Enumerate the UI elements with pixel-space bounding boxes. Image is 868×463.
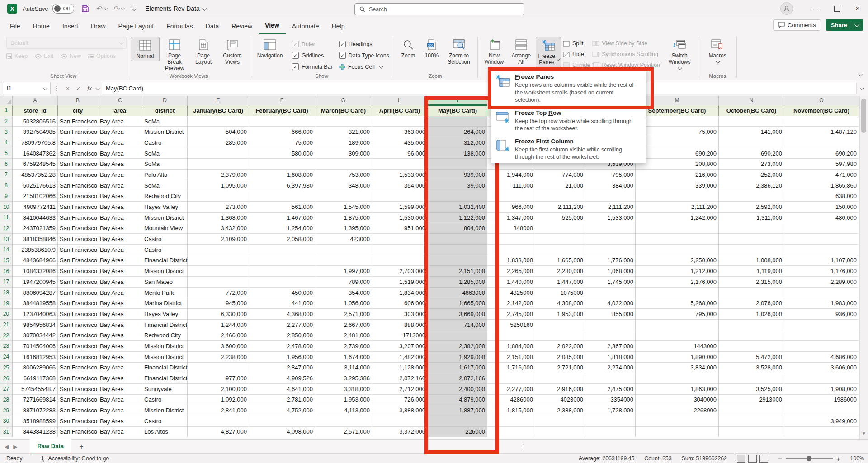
row-header-18[interactable]: 18: [0, 288, 13, 298]
user-avatar[interactable]: [780, 2, 793, 15]
cell[interactable]: [188, 416, 249, 427]
cell[interactable]: 3,525,000: [719, 384, 784, 395]
cell[interactable]: 804,000: [428, 223, 487, 234]
cell[interactable]: 690,200: [636, 148, 719, 159]
col-header-E[interactable]: E: [188, 96, 249, 105]
cell[interactable]: [719, 330, 784, 341]
cell[interactable]: 1,983,000: [784, 298, 859, 309]
row-header-10[interactable]: 10: [0, 202, 13, 213]
cell[interactable]: [636, 137, 719, 148]
cell[interactable]: 1947200945: [13, 277, 58, 288]
cell[interactable]: Bay Area: [98, 288, 142, 298]
row-header-21[interactable]: 21: [0, 320, 13, 331]
cell[interactable]: 48537352.28: [13, 170, 58, 180]
cell[interactable]: 690,200: [719, 148, 784, 159]
cell[interactable]: 951,000: [372, 223, 428, 234]
cell[interactable]: SoMa: [142, 180, 188, 191]
navigation-button[interactable]: Navigation: [254, 37, 286, 61]
cell[interactable]: [535, 234, 585, 245]
tab-view[interactable]: View: [259, 18, 286, 34]
cell[interactable]: 2,850,000: [249, 330, 315, 341]
cell[interactable]: 1,212,000: [636, 266, 719, 277]
cell[interactable]: 1,890,000: [636, 352, 719, 363]
menu-item-freeze-panes[interactable]: Freeze Panes Keep rows and columns visib…: [491, 71, 646, 107]
cell[interactable]: Bay Area: [98, 127, 142, 137]
cell[interactable]: 1,884,000: [487, 341, 535, 352]
cell[interactable]: 2,280,000: [535, 266, 585, 277]
cell[interactable]: 1,092,000: [188, 395, 249, 406]
cell[interactable]: [636, 191, 719, 202]
cell[interactable]: [188, 255, 249, 266]
cell[interactable]: 4,098,000: [249, 427, 315, 438]
cell[interactable]: [372, 416, 428, 427]
cell[interactable]: San Francisco: [58, 320, 98, 331]
cell[interactable]: 2,289,000: [784, 277, 859, 288]
view-side-by-side-button[interactable]: View Side by Side: [592, 38, 660, 48]
cell[interactable]: 3,606,000: [784, 363, 859, 373]
cell[interactable]: [188, 277, 249, 288]
cell[interactable]: [719, 405, 784, 416]
cell[interactable]: [535, 191, 585, 202]
freeze-panes-button[interactable]: Freeze Panes: [536, 37, 561, 68]
cell[interactable]: 226000: [428, 427, 487, 438]
cell[interactable]: 690,200: [784, 148, 859, 159]
cell[interactable]: Bay Area: [98, 341, 142, 352]
cell[interactable]: 774,000: [535, 170, 585, 180]
col-header-F[interactable]: F: [249, 96, 315, 105]
cell[interactable]: 2,111,200: [636, 202, 719, 213]
cell[interactable]: Bay Area: [98, 363, 142, 373]
cell[interactable]: Mission District: [142, 266, 188, 277]
cell[interactable]: San Francisco: [58, 148, 98, 159]
cell[interactable]: 597,980: [784, 159, 859, 170]
tab-data[interactable]: Data: [199, 19, 226, 34]
cell[interactable]: Bay Area: [98, 245, 142, 255]
cell[interactable]: 208,800: [636, 159, 719, 170]
custom-views-button[interactable]: Custom Views: [218, 37, 246, 67]
cell[interactable]: [636, 223, 719, 234]
cell[interactable]: 2,022,000: [535, 341, 585, 352]
cell[interactable]: San Francisco: [58, 277, 98, 288]
cell[interactable]: Bay Area: [98, 416, 142, 427]
cell[interactable]: [188, 363, 249, 373]
cell[interactable]: 936,000: [784, 309, 859, 320]
cell[interactable]: 1075000: [535, 288, 585, 298]
cell[interactable]: Menlo Park: [142, 288, 188, 298]
cell[interactable]: 1084332086: [13, 266, 58, 277]
cell[interactable]: 303,000: [372, 309, 428, 320]
cell[interactable]: San Francisco: [58, 427, 98, 438]
cell[interactable]: 8410044633: [13, 213, 58, 223]
cell[interactable]: SoMa: [142, 148, 188, 159]
cell[interactable]: store_id: [13, 105, 58, 116]
cell[interactable]: [188, 245, 249, 255]
cell[interactable]: 2,238,000: [188, 352, 249, 363]
cell[interactable]: 3844819558: [13, 298, 58, 309]
document-title[interactable]: Elements Rev Data: [145, 5, 206, 12]
cell[interactable]: 1,176,000: [784, 266, 859, 277]
cell[interactable]: 1,056,000: [315, 298, 372, 309]
cell[interactable]: 4,879,000: [428, 395, 487, 406]
cell[interactable]: 189,000: [315, 137, 372, 148]
cell[interactable]: 2,111,200: [585, 202, 636, 213]
new-window-button[interactable]: New Window: [481, 37, 507, 67]
cell[interactable]: 1,254,000: [249, 223, 315, 234]
cell[interactable]: [784, 234, 859, 245]
cell[interactable]: [585, 416, 636, 427]
cell[interactable]: 2,274,000: [585, 363, 636, 373]
col-header-G[interactable]: G: [315, 96, 372, 105]
cell[interactable]: Bay Area: [98, 213, 142, 223]
cell[interactable]: [719, 223, 784, 234]
cell[interactable]: Mission District: [142, 405, 188, 416]
tab-insert[interactable]: Insert: [56, 19, 85, 34]
cell[interactable]: 339,000: [636, 180, 719, 191]
cell[interactable]: [428, 245, 487, 255]
cell[interactable]: 450,000: [249, 288, 315, 298]
cell[interactable]: 1,815,000: [487, 405, 535, 416]
cell[interactable]: Bay Area: [98, 298, 142, 309]
cell[interactable]: [719, 373, 784, 384]
cell[interactable]: [249, 277, 315, 288]
cell[interactable]: 6,397,980: [249, 180, 315, 191]
cell[interactable]: district: [142, 105, 188, 116]
cell[interactable]: 4825000: [487, 288, 535, 298]
menu-item-freeze-first-column[interactable]: Freeze First Column Keep the first colum…: [491, 135, 646, 164]
cell[interactable]: 1,674,000: [315, 352, 372, 363]
